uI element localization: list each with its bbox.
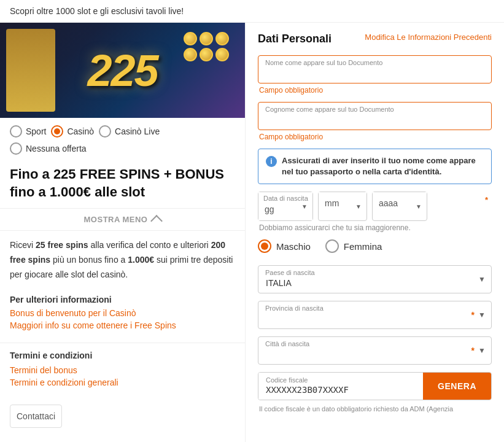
contact-button[interactable]: Contattaci [10,405,62,428]
coin [200,32,213,45]
free-spins-1: 25 free spins [36,240,88,250]
data-nascita-required: * [485,195,488,204]
show-less-label: MOSTRA MENO [84,215,148,224]
provincia-group: Provincia di nascita * ▼ [258,301,492,329]
radio-casino[interactable]: Casinò [51,125,94,138]
gender-radio-femmina [325,239,339,253]
bonus-amount: 1.000€ [128,255,154,265]
info-icon: i [266,156,277,167]
promo-number: 225 [87,45,157,96]
codice-input-wrapper: Codice fiscale [258,373,423,400]
pharaoh-image [6,29,55,112]
genera-button[interactable]: GENERA [423,373,491,400]
cognome-label: Cognome come appare sul tuo Documento [265,106,394,113]
gg-wrapper: Data di nascita gg ▼ [258,192,313,221]
right-panel: Dati Personali Modifica Le Informazioni … [246,23,504,442]
gender-femmina[interactable]: Femmina [325,239,382,253]
banner-text: Scopri oltre 1000 slot e gli esclusivi t… [10,6,184,16]
citta-group: Città di nascita * ▼ [258,336,492,365]
data-nascita-label: Data di nascita [263,195,308,202]
coin [215,48,229,61]
data-nascita-helper: Dobbiamo assicurarci che tu sia maggiore… [258,223,492,232]
coin [200,48,213,61]
mm-select[interactable]: mm [319,192,366,214]
cognome-error: Campo obbligatorio [258,133,492,141]
category-radio-group: Sport Casinò Casinò Live Nessuna offerta [0,118,245,160]
nome-label: Nome come appare sul tuo Documento [265,59,382,66]
codice-row: Codice fiscale GENERA [258,372,492,400]
bonus-description: Ricevi 25 free spins alla verifica del c… [0,236,245,289]
chevron-up-icon [151,215,163,227]
radio-label-sport: Sport [26,126,46,136]
coin [215,32,229,45]
coin [184,48,197,61]
radio-circle-casino-live [99,125,111,138]
data-nascita-group: Data di nascita gg ▼ mm ▼ aaaa ▼ [258,192,492,232]
radio-sport[interactable]: Sport [10,125,46,138]
nome-error: Campo obbligatorio [258,86,492,95]
gender-radio-maschio [258,239,271,253]
show-less-button[interactable]: MOSTRA MENO [0,208,245,231]
top-banner: Scopri oltre 1000 slot e gli esclusivi t… [0,0,504,23]
aaaa-wrapper: aaaa ▼ [372,192,427,221]
casino-bonus-link[interactable]: Bonus di benvenuto per il Casinò [10,308,235,318]
more-info-label: Per ulteriori informazioni [10,295,235,304]
form-header: Dati Personali Modifica Le Informazioni … [258,33,492,45]
citta-label: Città di nascita [265,340,309,347]
info-box-text: Assicurati di aver inserito il tuo nome … [282,155,484,177]
bonus-title: Fino a 225 FREE SPINS + BONUS fino a 1.0… [0,160,245,203]
nome-field-group: Nome come appare sul tuo Documento Campo… [258,55,492,95]
info-links: Per ulteriori informazioni Bonus di benv… [0,290,245,338]
form-title: Dati Personali [258,33,331,45]
gender-row: Maschio Femmina [258,235,492,258]
cognome-field-group: Cognome come appare sul tuo Documento Ca… [258,102,492,141]
date-row: Data di nascita gg ▼ mm ▼ aaaa ▼ [258,192,492,221]
coin [184,32,197,45]
provincia-label: Provincia di nascita [265,304,324,312]
radio-label-nessuna: Nessuna offerta [26,144,87,153]
modify-link[interactable]: Modifica Le Informazioni Precedenti [365,33,492,42]
radio-label-casino: Casinò [67,126,94,136]
gender-label-maschio: Maschio [276,241,311,252]
free-spins-link[interactable]: Maggiori info su come ottenere i Free Sp… [10,320,235,330]
gender-maschio[interactable]: Maschio [258,239,311,253]
radio-label-casino-live: Casinò Live [115,126,160,136]
terms-general-link[interactable]: Termini e condizioni generali [10,378,235,387]
radio-circle-casino [51,125,63,138]
promo-image: 225 [0,23,245,118]
codice-label: Codice fiscale [266,376,308,384]
terms-title: Termini e condizioni [10,351,235,360]
terms-bonus-link[interactable]: Termini del bonus [10,365,235,375]
aaaa-select[interactable]: aaaa [373,192,427,214]
radio-circle-sport [10,125,22,138]
left-panel: 225 Sport Casinò Casinò Live [0,23,246,442]
paese-group: ITALIA Paese di nascita ▼ [258,265,492,293]
codice-note: Il codice fiscale è un dato obbligatorio… [258,403,492,415]
promo-coins [184,32,233,61]
codice-fiscale-group: Codice fiscale GENERA Il codice fiscale … [258,372,492,415]
paese-label: Paese di nascita [265,269,315,276]
info-box: i Assicurati di aver inserito il tuo nom… [258,149,492,184]
terms-section: Termini e condizioni Termini del bonus T… [0,343,245,397]
radio-casino-live[interactable]: Casinò Live [99,125,160,138]
mm-wrapper: mm ▼ [318,192,367,221]
radio-circle-nessuna [10,142,22,155]
gender-label-femmina: Femmina [344,241,382,252]
radio-nessuna[interactable]: Nessuna offerta [10,142,235,155]
